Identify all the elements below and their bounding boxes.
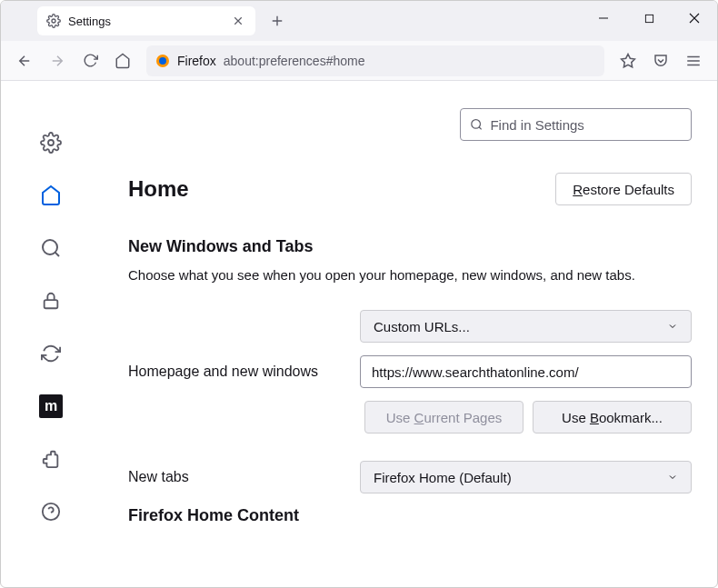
sidebar-home-icon[interactable] [39, 184, 63, 207]
sidebar-more-icon[interactable]: m [39, 394, 63, 418]
sidebar-privacy-icon[interactable] [39, 289, 63, 313]
section-desc: Choose what you see when you open your h… [128, 267, 699, 283]
back-button[interactable] [10, 46, 39, 75]
url-bar[interactable]: Firefox about:preferences#home [146, 45, 604, 76]
minimize-button[interactable] [581, 1, 626, 35]
sidebar-search-icon[interactable] [39, 236, 63, 260]
section-new-windows-tabs: New Windows and Tabs [128, 237, 699, 256]
chevron-down-icon [667, 472, 678, 483]
menu-button[interactable] [679, 46, 708, 75]
use-bookmark-button[interactable]: Use Bookmark... [533, 401, 692, 434]
svg-rect-7 [45, 300, 58, 308]
restore-defaults-button[interactable]: Restore Defaults [555, 173, 692, 205]
svg-point-3 [159, 57, 166, 65]
sidebar-help-icon[interactable] [39, 500, 63, 523]
sidebar-extensions-icon[interactable] [39, 447, 63, 471]
urlbar-text: about:preferences#home [224, 54, 365, 68]
svg-point-5 [48, 140, 54, 145]
svg-marker-4 [622, 54, 635, 66]
find-in-settings[interactable] [460, 108, 692, 141]
gear-icon [46, 14, 61, 28]
tab-title: Settings [68, 15, 223, 28]
close-icon[interactable] [230, 13, 246, 29]
new-tab-button[interactable] [264, 8, 290, 34]
bookmark-star-button[interactable] [613, 46, 643, 75]
homepage-mode-dropdown[interactable]: Custom URLs... [360, 310, 692, 343]
home-button[interactable] [108, 46, 137, 75]
reload-button[interactable] [75, 46, 105, 75]
section-firefox-home-content: Firefox Home Content [128, 506, 699, 525]
use-current-pages-button[interactable]: Use Current Pages [364, 401, 524, 434]
browser-tab[interactable]: Settings [37, 6, 255, 35]
page-title: Home [128, 176, 189, 202]
close-window-button[interactable] [672, 1, 717, 35]
urlbar-label: Firefox [177, 54, 216, 68]
chevron-down-icon [667, 321, 678, 332]
svg-point-9 [472, 120, 481, 129]
pocket-button[interactable] [646, 46, 675, 75]
search-icon [470, 117, 483, 132]
newtabs-label: New tabs [128, 469, 342, 485]
firefox-icon [155, 54, 170, 68]
find-input[interactable] [490, 117, 682, 133]
sidebar-general-icon[interactable] [39, 131, 63, 154]
newtabs-dropdown[interactable]: Firefox Home (Default) [360, 461, 692, 493]
svg-point-0 [52, 19, 55, 23]
svg-point-6 [43, 240, 57, 254]
homepage-url-input[interactable] [360, 355, 692, 388]
svg-rect-1 [645, 15, 653, 22]
forward-button [43, 46, 72, 75]
homepage-label: Homepage and new windows [128, 364, 342, 380]
sidebar-sync-icon[interactable] [39, 342, 63, 365]
maximize-button[interactable] [626, 1, 672, 35]
